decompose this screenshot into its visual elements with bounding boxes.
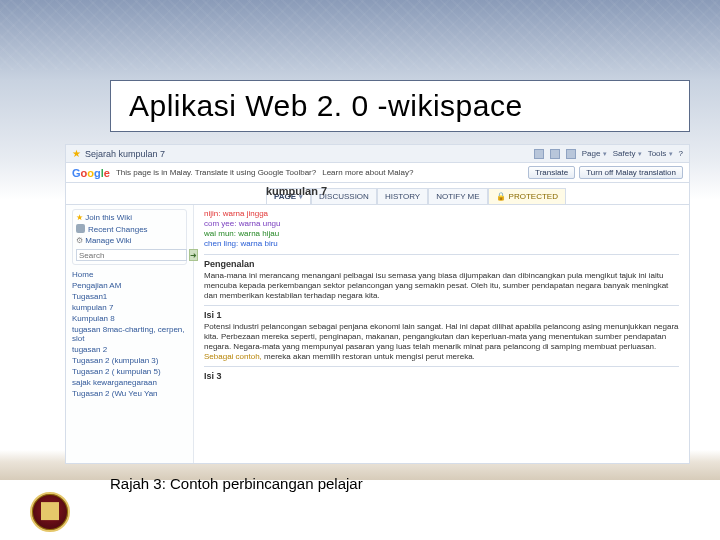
translate-learn[interactable]: Learn more about Malay? (322, 168, 413, 177)
sidebar-item[interactable]: Home (72, 270, 187, 279)
favorite-icon: ★ (72, 148, 81, 159)
translate-message: This page is in Malay. Translate it usin… (116, 168, 316, 177)
heading-pengenalan: Pengenalan (204, 259, 679, 269)
tab-history[interactable]: HISTORY (377, 188, 428, 204)
star-icon: ★ (76, 213, 83, 222)
color-line: wai mun: warna hijau (204, 229, 679, 238)
sidebar-item[interactable]: Tugasan 2 (kumpulan 3) (72, 356, 187, 365)
sidebar-item[interactable]: tugasan 2 (72, 345, 187, 354)
gear-icon: ⚙ (76, 236, 83, 245)
sidebar-item[interactable]: sajak kewarganegaraan (72, 378, 187, 387)
sidebar-item[interactable]: Tugasan 2 (Wu Yeu Yan (72, 389, 187, 398)
recent-icon (76, 224, 85, 233)
color-line: com yee: warna ungu (204, 219, 679, 228)
ie-menu-tools[interactable]: Tools ▾ (648, 149, 673, 158)
sidebar-item[interactable]: Kumpulan 8 (72, 314, 187, 323)
sidebar-item[interactable]: Tugasan1 (72, 292, 187, 301)
wiki-page-title: kumpulan 7 (266, 185, 327, 197)
sidebar-item[interactable]: Pengajian AM (72, 281, 187, 290)
translate-button[interactable]: Translate (528, 166, 575, 179)
heading-isi3: Isi 3 (204, 371, 679, 381)
ie-toolbar: ★ Sejarah kumpulan 7 Page ▾ Safety ▾ Too… (66, 145, 689, 163)
sidebar-item[interactable]: kumpulan 7 (72, 303, 187, 312)
figure-caption: Rajah 3: Contoh perbincangan pelajar (110, 475, 363, 492)
paragraph-pengenalan: Mana-mana ini merancang menangani pelbag… (204, 271, 679, 301)
manage-wiki-link[interactable]: ⚙ Manage Wiki (76, 236, 183, 245)
slide-title: Aplikasi Web 2. 0 -wikispace (129, 89, 671, 123)
favorite-label[interactable]: Sejarah kumpulan 7 (85, 149, 165, 159)
paragraph-isi1: Potensi industri pelancongan sebagai pen… (204, 322, 679, 362)
sidebar-item[interactable]: tugasan 8mac-charting, cerpen, slot (72, 325, 187, 343)
wiki-tabs-row: kumpulan 7 PAGE ▾ DISCUSSION HISTORY NOT… (66, 183, 689, 205)
color-line: nijin: warna jingga (204, 209, 679, 218)
tab-notify[interactable]: NOTIFY ME (428, 188, 487, 204)
color-line: chen ling: warna biru (204, 239, 679, 248)
sidebar-nav: Home Pengajian AM Tugasan1 kumpulan 7 Ku… (72, 270, 187, 398)
institution-logo (30, 492, 70, 532)
search-input[interactable] (76, 249, 187, 261)
color-key-lines: nijin: warna jingga com yee: warna ungu … (204, 209, 679, 248)
slide-title-box: Aplikasi Web 2. 0 -wikispace (110, 80, 690, 132)
heading-isi1: Isi 1 (204, 310, 679, 320)
turn-off-translate-button[interactable]: Turn off Malay translation (579, 166, 683, 179)
ie-menu-page[interactable]: Page ▾ (582, 149, 607, 158)
google-toolbar: Google This page is in Malay. Translate … (66, 163, 689, 183)
google-logo: Google (72, 167, 110, 179)
lock-icon: 🔒 (496, 192, 506, 201)
tab-protected[interactable]: 🔒PROTECTED (488, 188, 566, 204)
browser-screenshot: ★ Sejarah kumpulan 7 Page ▾ Safety ▾ Too… (65, 144, 690, 464)
wiki-content: nijin: warna jingga com yee: warna ungu … (194, 205, 689, 463)
recent-changes-link[interactable]: Recent Changes (76, 224, 183, 234)
sidebar-item[interactable]: Tugasan 2 ( kumpulan 5) (72, 367, 187, 376)
join-wiki-link[interactable]: ★ Join this Wiki (76, 213, 183, 222)
ie-menu-safety[interactable]: Safety ▾ (613, 149, 642, 158)
ie-mail-icon[interactable] (566, 149, 576, 159)
ie-help-icon[interactable]: ? (679, 149, 683, 158)
ie-feed-icon[interactable] (550, 149, 560, 159)
wiki-sidebar: ★ Join this Wiki Recent Changes ⚙ Manage… (66, 205, 194, 463)
ie-home-icon[interactable] (534, 149, 544, 159)
